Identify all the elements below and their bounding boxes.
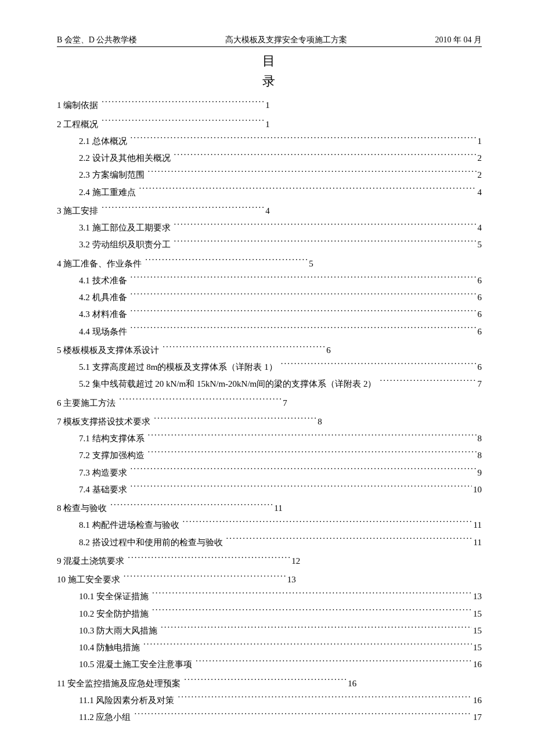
toc-entry: 5.2 集中线荷载超过 20 kN/m和 15kN/m-20kN/m间的梁的支撑… bbox=[57, 376, 482, 393]
toc-leader-dots bbox=[148, 169, 477, 178]
toc-entry: 8 检查与验收 11 bbox=[57, 500, 482, 517]
toc-entry-label: 3 施工安排 bbox=[57, 203, 100, 219]
toc-entry-label: 3.1 施工部位及工期要求 bbox=[79, 219, 173, 236]
toc-leader-dots bbox=[131, 275, 477, 283]
toc-leader-dots bbox=[184, 678, 347, 686]
toc-entry: 10.4 防触电措施 15 bbox=[57, 639, 482, 656]
toc-leader-dots bbox=[102, 205, 264, 214]
toc-entry: 9 混凝土浇筑要求 12 bbox=[57, 553, 482, 570]
toc-entry-label: 8 检查与验收 bbox=[57, 500, 109, 517]
toc-entry-page: 15 bbox=[472, 606, 482, 622]
toc-entry-label: 5 楼板模板及支撑体系设计 bbox=[57, 342, 161, 359]
toc-entry-label: 4.1 技术准备 bbox=[79, 272, 129, 289]
toc-entry: 7.1 结构支撑体系 8 bbox=[57, 430, 482, 447]
toc-leader-dots bbox=[143, 642, 472, 650]
toc-entry-page: 11 bbox=[273, 500, 282, 517]
toc-entry-page: 6 bbox=[477, 306, 482, 323]
toc-leader-dots bbox=[119, 397, 282, 406]
toc-entry-page: 15 bbox=[472, 639, 482, 656]
toc-entry: 2.1 总体概况 1 bbox=[57, 133, 482, 150]
toc-entry-label: 4 施工准备、作业条件 bbox=[57, 255, 144, 272]
toc-entry-page: 8 bbox=[316, 413, 322, 430]
toc-entry-page: 1 bbox=[477, 133, 482, 150]
toc-entry-page: 1 bbox=[264, 116, 270, 133]
toc-entry-page: 8 bbox=[477, 447, 482, 464]
toc-leader-dots bbox=[148, 433, 477, 441]
toc-entry-label: 10 施工安全要求 bbox=[57, 571, 122, 588]
toc-entry: 7.4 基础要求 10 bbox=[57, 481, 482, 498]
toc-leader-dots bbox=[128, 555, 290, 564]
toc-entry-label: 8.1 构配件进场检查与验收 bbox=[79, 517, 182, 534]
toc-leader-dots bbox=[145, 258, 308, 267]
toc-leader-dots bbox=[178, 694, 472, 703]
toc-entry-page: 7 bbox=[477, 376, 482, 393]
toc-entry-page: 11 bbox=[472, 534, 482, 551]
toc-entry-label: 10.1 安全保证措施 bbox=[79, 588, 151, 605]
toc-leader-dots bbox=[163, 344, 325, 353]
toc-leader-dots bbox=[110, 502, 273, 511]
toc-entry: 3 施工安排 4 bbox=[57, 203, 482, 219]
toc-entry-page: 11 bbox=[472, 517, 482, 534]
toc-leader-dots bbox=[196, 658, 472, 667]
toc-entry-label: 3.2 劳动组织及职责分工 bbox=[79, 236, 173, 253]
toc-entry: 6 主要施工方法 7 bbox=[57, 395, 482, 412]
toc-entry-label: 7.4 基础要求 bbox=[79, 481, 129, 498]
toc-entry-page: 6 bbox=[477, 359, 482, 376]
toc-entry-label: 11.1 风险因素分析及对策 bbox=[79, 692, 176, 709]
toc-entry: 7 模板支撑搭设技术要求 8 bbox=[57, 413, 482, 430]
toc-entry: 2.2 设计及其他相关概况 2 bbox=[57, 150, 482, 167]
toc-leader-dots bbox=[152, 591, 472, 599]
toc-entry: 10.1 安全保证措施 13 bbox=[57, 588, 482, 605]
toc-entry-page: 17 bbox=[472, 709, 482, 726]
header-center: 高大模板及支撑安全专项施工方案 bbox=[225, 35, 347, 45]
toc-entry: 2.4 施工重难点 4 bbox=[57, 184, 482, 201]
title-char-2: 录 bbox=[57, 71, 482, 91]
toc-entry-page: 4 bbox=[477, 219, 482, 236]
toc-entry-page: 9 bbox=[477, 465, 482, 481]
toc-entry: 8.2 搭设过程中和使用前的检查与验收 11 bbox=[57, 534, 482, 551]
toc-entry: 7.3 构造要求 9 bbox=[57, 465, 482, 481]
toc-leader-dots bbox=[102, 99, 264, 108]
toc-entry-label: 8.2 搭设过程中和使用前的检查与验收 bbox=[79, 534, 225, 551]
toc-entry-label: 2.1 总体概况 bbox=[79, 133, 129, 150]
toc-entry-page: 5 bbox=[477, 236, 482, 253]
toc-entry-label: 5.2 集中线荷载超过 20 kN/m和 15kN/m-20kN/m间的梁的支撑… bbox=[79, 376, 379, 393]
toc-entry-page: 6 bbox=[477, 289, 482, 306]
toc-entry: 10 施工安全要求 13 bbox=[57, 571, 482, 588]
toc-entry-label: 7.1 结构支撑体系 bbox=[79, 430, 147, 447]
toc-entry-page: 7 bbox=[282, 395, 287, 412]
toc-leader-dots bbox=[134, 711, 472, 720]
toc-entry-label: 11.2 应急小组 bbox=[79, 709, 133, 726]
toc-entry: 4 施工准备、作业条件 5 bbox=[57, 255, 482, 272]
toc-leader-dots bbox=[131, 308, 477, 317]
toc-entry-label: 2.4 施工重难点 bbox=[79, 184, 138, 201]
toc-entry-page: 2 bbox=[477, 150, 482, 167]
toc-entry: 2.3 方案编制范围 2 bbox=[57, 167, 482, 183]
toc-entry-label: 11 安全监控措施及应急处理预案 bbox=[57, 675, 183, 692]
toc-leader-dots bbox=[131, 467, 477, 476]
toc-entry: 5 楼板模板及支撑体系设计 6 bbox=[57, 342, 482, 359]
toc-entry-label: 10.5 混凝土施工安全注意事项 bbox=[79, 656, 194, 673]
toc-entry-label: 1 编制依据 bbox=[57, 97, 100, 114]
table-of-contents: 1 编制依据 12 工程概况 12.1 总体概况 12.2 设计及其他相关概况 … bbox=[57, 97, 482, 726]
toc-entry-page: 10 bbox=[472, 481, 482, 498]
toc-entry-label: 4.3 材料准备 bbox=[79, 306, 129, 323]
toc-leader-dots bbox=[226, 537, 472, 545]
toc-entry: 4.2 机具准备 6 bbox=[57, 289, 482, 306]
toc-entry-label: 7.2 支撑加强构造 bbox=[79, 447, 147, 464]
toc-leader-dots bbox=[183, 519, 472, 528]
toc-entry: 10.2 安全防护措施 15 bbox=[57, 606, 482, 622]
toc-entry-label: 7.3 构造要求 bbox=[79, 465, 129, 481]
toc-entry: 8.1 构配件进场检查与验收 11 bbox=[57, 517, 482, 534]
toc-entry-label: 4.2 机具准备 bbox=[79, 289, 129, 306]
toc-entry-page: 16 bbox=[472, 692, 482, 709]
toc-entry: 11.2 应急小组 17 bbox=[57, 709, 482, 726]
toc-leader-dots bbox=[152, 608, 472, 617]
toc-entry-page: 12 bbox=[290, 553, 300, 570]
toc-leader-dots bbox=[148, 449, 477, 458]
toc-leader-dots bbox=[380, 378, 477, 387]
toc-entry: 10.5 混凝土施工安全注意事项 16 bbox=[57, 656, 482, 673]
toc-entry-page: 6 bbox=[325, 342, 331, 359]
toc-entry-page: 4 bbox=[477, 184, 482, 201]
toc-entry-label: 7 模板支撑搭设技术要求 bbox=[57, 413, 153, 430]
